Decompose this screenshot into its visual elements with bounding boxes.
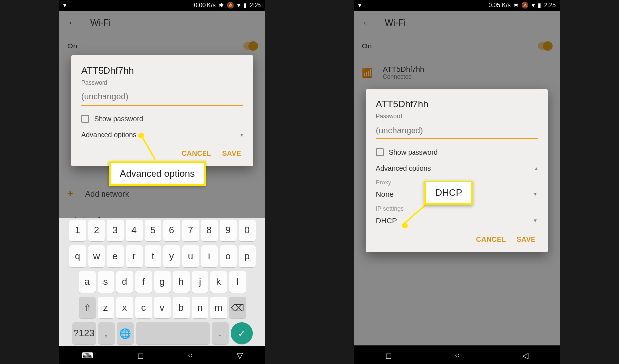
backspace-key[interactable]: ⌫ — [229, 297, 246, 318]
key-v[interactable]: v — [154, 297, 171, 318]
wifi-network-item[interactable]: 📶 ATT5Dhf7hh Connected — [354, 57, 560, 88]
cancel-button[interactable]: CANCEL — [182, 149, 211, 157]
key-0[interactable]: 0 — [239, 220, 256, 241]
back-icon[interactable]: ← — [362, 16, 373, 29]
soft-keyboard[interactable]: 1234567890 qwertyuiop asdfghjkl ⇧ zxcvbn… — [59, 218, 265, 346]
plus-icon: + — [67, 188, 73, 200]
key-r[interactable]: r — [126, 245, 143, 267]
period-key[interactable]: . — [212, 322, 229, 344]
back-nav-icon[interactable]: ▽ — [237, 351, 243, 360]
key-7[interactable]: 7 — [182, 220, 199, 241]
save-button[interactable]: SAVE — [517, 235, 536, 243]
show-password-row[interactable]: Show password — [376, 148, 538, 156]
symbols-key[interactable]: ?123 — [72, 322, 96, 344]
home-icon[interactable]: ○ — [455, 351, 460, 360]
key-o[interactable]: o — [220, 245, 237, 267]
bluetooth-icon: ✱ — [219, 2, 224, 9]
key-c[interactable]: c — [135, 297, 152, 318]
key-n[interactable]: n — [192, 297, 208, 318]
key-4[interactable]: 4 — [126, 220, 143, 241]
status-bar: ▾ 0.00 K/s ✱ 🔕 ▾ ▮ 2:25 — [59, 0, 265, 11]
recents-icon[interactable]: ◻ — [385, 351, 392, 360]
key-d[interactable]: d — [116, 271, 133, 293]
key-s[interactable]: s — [98, 271, 114, 293]
show-password-checkbox[interactable] — [376, 148, 384, 156]
key-p[interactable]: p — [239, 245, 256, 267]
page-title: Wi-Fi — [90, 18, 111, 28]
key-f[interactable]: f — [135, 271, 152, 293]
keyboard-nav-icon[interactable]: ⌨ — [82, 351, 93, 360]
wifi-toggle[interactable] — [538, 42, 552, 50]
network-status: Connected — [383, 73, 424, 80]
recents-icon[interactable]: ◻ — [137, 351, 144, 360]
nav-bar: ◻ ○ ◁ — [354, 346, 560, 364]
wifi-status-icon: ▾ — [63, 2, 66, 9]
space-key[interactable] — [136, 322, 210, 344]
globe-key[interactable]: 🌐 — [117, 322, 134, 344]
key-q[interactable]: q — [69, 245, 86, 267]
dialog-ssid: ATT5Dhf7hh — [81, 65, 243, 76]
net-speed: 0.05 K/s — [489, 2, 511, 9]
password-input[interactable] — [81, 89, 243, 106]
key-h[interactable]: h — [173, 271, 190, 293]
mute-icon: 🔕 — [227, 2, 234, 9]
key-w[interactable]: w — [88, 245, 105, 267]
key-l[interactable]: l — [229, 271, 246, 293]
key-a[interactable]: a — [79, 271, 96, 293]
save-button[interactable]: SAVE — [222, 149, 241, 157]
app-header: ← Wi-Fi — [59, 11, 265, 35]
bluetooth-icon: ✱ — [514, 2, 518, 9]
annotation-callout: Advanced options — [109, 161, 206, 186]
wifi-edit-dialog: ATT5Dhf7hh Password Show password Advanc… — [366, 89, 548, 252]
key-8[interactable]: 8 — [201, 220, 218, 241]
ip-settings-label: IP settings — [376, 205, 538, 212]
dropdown-icon: ▼ — [533, 218, 538, 223]
dropdown-icon: ▼ — [533, 191, 538, 197]
cancel-button[interactable]: CANCEL — [476, 235, 506, 243]
wifi-edit-dialog: ATT5Dhf7hh Password Show password Advanc… — [71, 55, 253, 166]
key-e[interactable]: e — [107, 245, 124, 267]
chevron-down-icon: ▾ — [240, 131, 243, 138]
key-k[interactable]: k — [210, 271, 227, 293]
ip-settings-select[interactable]: DHCP ▼ — [376, 212, 538, 228]
show-password-row[interactable]: Show password — [81, 115, 243, 123]
key-t[interactable]: t — [145, 245, 161, 267]
key-b[interactable]: b — [173, 297, 190, 318]
key-i[interactable]: i — [201, 245, 218, 267]
password-input[interactable] — [376, 123, 538, 139]
home-icon[interactable]: ○ — [188, 351, 193, 360]
key-2[interactable]: 2 — [88, 220, 105, 241]
key-5[interactable]: 5 — [145, 220, 161, 241]
back-nav-icon[interactable]: ◁ — [522, 351, 528, 360]
show-password-checkbox[interactable] — [81, 115, 89, 123]
key-3[interactable]: 3 — [107, 220, 124, 241]
key-j[interactable]: j — [192, 271, 208, 293]
key-u[interactable]: u — [182, 245, 199, 267]
key-6[interactable]: 6 — [163, 220, 180, 241]
enter-key[interactable]: ✓ — [231, 322, 253, 344]
network-ssid: ATT5Dhf7hh — [383, 65, 424, 73]
key-x[interactable]: x — [116, 297, 133, 318]
key-1[interactable]: 1 — [69, 220, 86, 241]
key-g[interactable]: g — [154, 271, 171, 293]
advanced-options-toggle[interactable]: Advanced options ▴ — [376, 162, 538, 176]
key-y[interactable]: y — [163, 245, 180, 267]
shift-key[interactable]: ⇧ — [79, 297, 96, 318]
wifi-toggle[interactable] — [243, 42, 257, 50]
key-z[interactable]: z — [98, 297, 114, 318]
phone-right: ▾ 0.05 K/s ✱ 🔕 ▾ ▮ 2:25 ← Wi-Fi On 📶 ATT… — [354, 0, 560, 364]
key-m[interactable]: m — [210, 297, 227, 318]
clock: 2:25 — [250, 2, 261, 9]
key-9[interactable]: 9 — [220, 220, 237, 241]
wifi-status-icon: ▾ — [358, 2, 361, 9]
wifi-state-label: On — [67, 42, 77, 50]
dialog-ssid: ATT5Dhf7hh — [376, 99, 538, 110]
comma-key[interactable]: , — [98, 322, 115, 344]
wifi-master-toggle-row: On — [354, 35, 560, 57]
chevron-up-icon: ▴ — [535, 165, 538, 172]
clock: 2:25 — [544, 2, 556, 9]
back-icon[interactable]: ← — [67, 16, 78, 29]
password-label: Password — [376, 113, 538, 120]
status-bar: ▾ 0.05 K/s ✱ 🔕 ▾ ▮ 2:25 — [354, 0, 560, 11]
advanced-options-toggle[interactable]: Advanced options ▾ — [81, 129, 243, 142]
